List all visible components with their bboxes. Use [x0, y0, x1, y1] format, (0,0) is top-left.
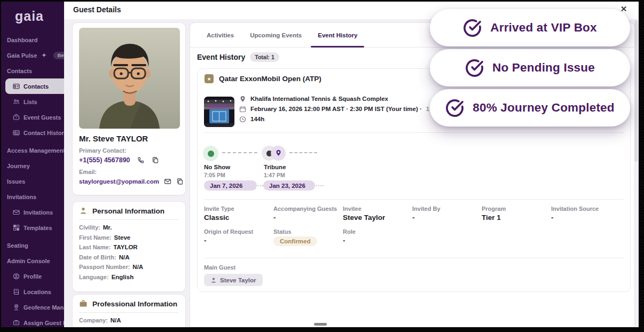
check-circle-icon — [465, 59, 484, 77]
timeline-time-tribune: 1:47 PM — [264, 172, 285, 178]
sidebar-item-locations[interactable]: Locations — [0, 284, 64, 299]
toast-no-pending-issue[interactable]: No Pending Issue — [430, 49, 630, 86]
frame-top-edge — [0, 0, 644, 2]
sidebar-item-lists[interactable]: Lists — [0, 94, 64, 109]
detail-status: Status Confirmed — [273, 228, 343, 246]
locations-icon — [13, 288, 20, 295]
detail-program: Program Tier 1 — [482, 205, 551, 222]
sidebar-item-admin-console[interactable]: Admin Console — [0, 253, 64, 268]
sidebar-item-dashboard[interactable]: Dashboard — [0, 32, 64, 48]
frame-left-edge — [0, 0, 1, 332]
event-info: Khalifa International Tennis & Squash Co… — [239, 95, 460, 123]
sidebar-item-contacts-group[interactable]: Contacts — [0, 63, 64, 78]
briefcase-icon — [79, 299, 88, 308]
sidebar-item-templates[interactable]: Templates — [0, 220, 64, 235]
detail-invite-type: Invite Type Classic — [204, 205, 273, 222]
professional-information-header: Professional Information — [79, 299, 177, 308]
personal-information-title: Personal Information — [92, 207, 164, 215]
scrollbar-thumb[interactable] — [634, 20, 638, 162]
sidebar-nav: Dashboard Gaia Pulse ✦ Beta Contacts Con… — [0, 32, 64, 330]
tab-activities[interactable]: Activities — [199, 23, 242, 47]
sidebar-item-issues[interactable]: Issues — [0, 173, 64, 189]
sidebar-item-contact-history[interactable]: Contact History — [0, 125, 64, 140]
timeline-connector — [222, 152, 257, 153]
professional-information-card: Professional Information Company:N/A — [72, 294, 186, 331]
status-badge: Confirmed — [273, 236, 317, 246]
dotted-connector — [316, 185, 324, 186]
event-venue: Khalifa International Tennis & Squash Co… — [250, 96, 388, 102]
sidebar-item-gaia-pulse[interactable]: Gaia Pulse ✦ Beta — [0, 48, 64, 63]
invite-details-row-2: Origin of Request - Status Confirmed Rol… — [204, 228, 412, 246]
divider — [79, 312, 179, 313]
field-first-name: First Name:Steve — [79, 234, 143, 241]
personal-information-fields: Civility:Mr. First Name:Steve Last Name:… — [79, 224, 143, 280]
sparkle-icon: ✦ — [42, 52, 46, 58]
sidebar-item-invitations-group[interactable]: Invitations — [0, 189, 64, 204]
person-icon — [79, 207, 88, 215]
dotted-connector — [257, 185, 263, 186]
sidebar-item-access-management[interactable]: Access Management — [0, 143, 64, 158]
divider — [204, 258, 624, 258]
event-title: Qatar ExxonMobil Open (ATP) — [219, 75, 321, 83]
toast-arrived-vip-box[interactable]: Arrived at VIP Box — [430, 9, 630, 46]
sidebar-item-journey[interactable]: Journey — [0, 158, 64, 173]
assign-rota-icon — [13, 319, 20, 326]
contact-card-icon — [13, 83, 20, 90]
tab-event-history[interactable]: Event History — [310, 23, 365, 47]
history-card-icon — [13, 129, 20, 136]
no-show-dot-icon — [208, 151, 214, 157]
duration-clock-icon — [239, 116, 246, 123]
guest-photo — [79, 28, 180, 129]
sidebar-item-event-guests[interactable]: Event Guests — [0, 109, 64, 125]
timeline-label-tribune: Tribune — [264, 164, 286, 170]
invite-details-row-1: Invite Type Classic Accompanying Guests … — [204, 205, 621, 222]
check-circle-icon — [445, 99, 464, 117]
event-duration: 144h — [250, 116, 264, 122]
timeline-date-tribune: Jan 23, 2026 — [263, 180, 315, 191]
main-guest-chip[interactable]: Steve Taylor — [204, 274, 263, 286]
detail-origin-of-request: Origin of Request - — [204, 228, 273, 246]
sidebar-item-profile[interactable]: Profile — [0, 268, 64, 284]
chip-person-icon — [210, 277, 217, 283]
copy-phone-icon[interactable] — [152, 156, 159, 164]
mail-icon[interactable] — [164, 178, 171, 185]
guest-profile-card: Mr. Steve TAYLOR Primary Contact: +1(555… — [72, 22, 186, 195]
main-guest-label: Main Guest — [204, 264, 235, 271]
toast-journey-completed[interactable]: 80% Journey Completed — [430, 89, 630, 127]
phone-icon[interactable] — [137, 156, 145, 164]
personal-information-header: Personal Information — [79, 207, 164, 215]
sidebar-item-geofence-manager[interactable]: Geofence Manager — [0, 299, 64, 315]
field-passport-number: Passport Number:N/A — [79, 264, 143, 270]
sidebar-item-seating[interactable]: Seating — [0, 238, 64, 253]
event-thumbnail — [204, 97, 234, 127]
close-icon[interactable]: ✕ — [618, 4, 629, 14]
check-circle-icon — [463, 19, 482, 37]
drag-handle[interactable] — [314, 323, 327, 326]
tab-upcoming-events[interactable]: Upcoming Events — [242, 23, 310, 47]
templates-icon — [13, 224, 20, 231]
timeline-date-no-show: Jan 7, 2026 — [204, 180, 257, 191]
guest-email[interactable]: staylorguest@yopmail.com — [79, 178, 159, 185]
email-row: staylorguest@yopmail.com — [79, 178, 184, 185]
detail-role: Role - — [343, 228, 412, 246]
event-datetime-row: February 16, 2026 12:00 PM AST · 2:30 PM… — [239, 105, 460, 113]
app-window: gaia Dashboard Gaia Pulse ✦ Beta Contact… — [0, 0, 644, 332]
field-company: Company:N/A — [79, 317, 121, 323]
event-card-header[interactable]: ★ Qatar ExxonMobil Open (ATP) — [205, 74, 321, 83]
calendar-icon — [239, 106, 246, 113]
detail-invited-by: Invited By - — [412, 205, 482, 222]
ticket-icon: ★ — [205, 74, 214, 83]
copy-email-icon[interactable] — [176, 178, 184, 185]
guest-phone[interactable]: +1(555) 4567890 — [79, 156, 130, 164]
sidebar-item-invitations[interactable]: Invitations — [0, 204, 64, 220]
divider — [204, 132, 624, 133]
professional-information-title: Professional Information — [92, 300, 177, 308]
frame-bottom-edge — [0, 327, 644, 332]
event-history-heading: Event History Total: 1 — [197, 52, 279, 62]
timeline-connector — [289, 152, 317, 153]
detail-invitee: Invitee Steve Taylor — [343, 205, 412, 222]
sidebar-item-contacts[interactable]: Contacts — [5, 78, 64, 94]
personal-information-card: Personal Information Civility:Mr. First … — [72, 201, 186, 292]
detail-invitation-source: Invitation Source - — [551, 205, 621, 222]
professional-information-fields: Company:N/A — [79, 317, 121, 323]
